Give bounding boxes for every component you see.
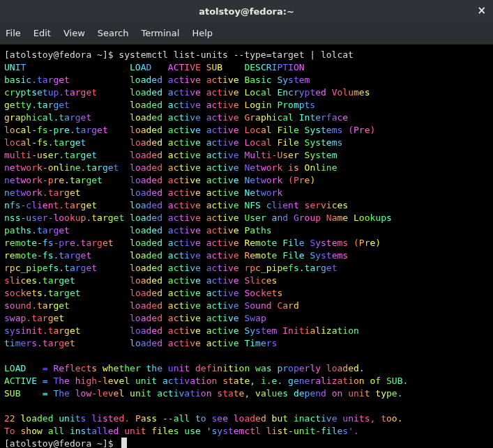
unit-row: graphical.target loaded active active Gr… xyxy=(4,111,489,124)
footer-summary-line: To show all installed unit files use 'sy… xyxy=(4,425,489,438)
cursor xyxy=(121,438,127,448)
unit-row: slices.target loaded active active Slice… xyxy=(4,275,489,287)
menu-file[interactable]: File xyxy=(6,28,21,38)
unit-row: network-online.target loaded active acti… xyxy=(4,162,489,174)
menu-terminal[interactable]: Terminal xyxy=(141,28,179,38)
unit-row: multi-user.target loaded active active M… xyxy=(4,149,489,162)
unit-row: paths.target loaded active active Paths xyxy=(4,224,489,237)
prompt-line: [atolstoy@fedora ~]$ xyxy=(4,438,489,448)
unit-row: remote-fs-pre.target loaded active activ… xyxy=(4,237,489,249)
blank-line xyxy=(4,400,489,412)
unit-row: nss-user-lookup.target loaded active act… xyxy=(4,212,489,224)
unit-row: network.target loaded active active Netw… xyxy=(4,187,489,199)
unit-row: swap.target loaded active active Swap xyxy=(4,312,489,325)
footer-legend-line: LOAD = Reflects whether the unit definit… xyxy=(4,362,489,375)
terminal-viewport[interactable]: [atolstoy@fedora ~]$ systemctl list-unit… xyxy=(0,45,493,448)
unit-row: sysinit.target loaded active active Syst… xyxy=(4,325,489,337)
menubar: File Edit View Search Terminal Help xyxy=(0,22,493,45)
unit-row: cryptsetup.target loaded active active L… xyxy=(4,86,489,99)
menu-help[interactable]: Help xyxy=(192,28,213,38)
unit-row: nfs-client.target loaded active active N… xyxy=(4,199,489,212)
window-title: atolstoy@fedora:~ xyxy=(199,6,294,17)
columns-header: UNIT LOAD ACTIVE SUB DESCRIPTION xyxy=(4,61,489,74)
prompt-line: [atolstoy@fedora ~]$ systemctl list-unit… xyxy=(4,49,489,61)
footer-legend-line: SUB = The low-level unit activation stat… xyxy=(4,387,489,400)
unit-row: rpc_pipefs.target loaded active active r… xyxy=(4,262,489,275)
terminal-window: atolstoy@fedora:~ × File Edit View Searc… xyxy=(0,0,493,448)
unit-row: local-fs.target loaded active active Loc… xyxy=(4,137,489,149)
unit-row: local-fs-pre.target loaded active active… xyxy=(4,124,489,137)
unit-row: remote-fs.target loaded active active Re… xyxy=(4,249,489,262)
blank-line xyxy=(4,350,489,362)
footer-summary-line: 22 loaded units listed. Pass --all to se… xyxy=(4,412,489,425)
unit-row: sound.target loaded active active Sound … xyxy=(4,300,489,312)
unit-row: getty.target loaded active active Login … xyxy=(4,99,489,111)
menu-view[interactable]: View xyxy=(63,28,85,38)
menu-edit[interactable]: Edit xyxy=(33,28,51,38)
unit-row: timers.target loaded active active Timer… xyxy=(4,337,489,350)
unit-row: network-pre.target loaded active active … xyxy=(4,174,489,187)
menu-search[interactable]: Search xyxy=(98,28,129,38)
titlebar: atolstoy@fedora:~ × xyxy=(0,0,493,22)
unit-row: basic.target loaded active active Basic … xyxy=(4,74,489,86)
unit-row: sockets.target loaded active active Sock… xyxy=(4,287,489,300)
footer-legend-line: ACTIVE = The high-level unit activation … xyxy=(4,375,489,387)
close-icon[interactable]: × xyxy=(477,4,486,17)
